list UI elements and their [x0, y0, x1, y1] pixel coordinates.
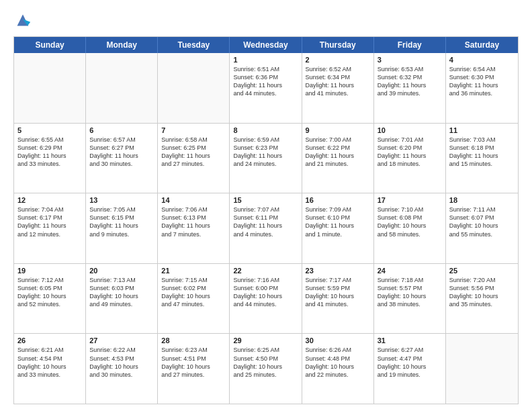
day-number-24: 24 — [378, 267, 442, 275]
weekday-header-thursday: Thursday — [302, 37, 374, 53]
day-number-12: 12 — [17, 196, 82, 204]
day-cell-8: 8Sunrise: 6:59 AM Sunset: 6:23 PM Daylig… — [230, 124, 302, 193]
calendar-row-1: 5Sunrise: 6:55 AM Sunset: 6:29 PM Daylig… — [14, 124, 518, 194]
empty-cell-4-6 — [446, 334, 518, 404]
day-info-9: Sunrise: 7:00 AM Sunset: 6:22 PM Dayligh… — [306, 136, 370, 169]
day-number-8: 8 — [233, 126, 298, 134]
day-number-23: 23 — [306, 267, 370, 275]
day-info-7: Sunrise: 6:58 AM Sunset: 6:25 PM Dayligh… — [161, 136, 226, 169]
day-number-13: 13 — [89, 196, 154, 204]
calendar: SundayMondayTuesdayWednesdayThursdayFrid… — [13, 36, 519, 404]
day-number-20: 20 — [89, 267, 154, 275]
header — [13, 11, 519, 30]
logo-icon — [13, 11, 32, 30]
day-cell-3: 3Sunrise: 6:53 AM Sunset: 6:32 PM Daylig… — [374, 53, 446, 123]
calendar-row-2: 12Sunrise: 7:04 AM Sunset: 6:17 PM Dayli… — [14, 193, 518, 264]
day-number-16: 16 — [306, 196, 370, 204]
day-number-4: 4 — [449, 56, 515, 64]
day-cell-12: 12Sunrise: 7:04 AM Sunset: 6:17 PM Dayli… — [14, 193, 86, 263]
day-number-6: 6 — [89, 126, 154, 134]
day-number-3: 3 — [378, 56, 442, 64]
day-cell-17: 17Sunrise: 7:10 AM Sunset: 6:08 PM Dayli… — [374, 193, 446, 263]
day-cell-28: 28Sunrise: 6:23 AM Sunset: 4:51 PM Dayli… — [158, 334, 230, 404]
day-info-5: Sunrise: 6:55 AM Sunset: 6:29 PM Dayligh… — [17, 136, 82, 169]
day-cell-2: 2Sunrise: 6:52 AM Sunset: 6:34 PM Daylig… — [302, 53, 374, 123]
calendar-row-0: 1Sunrise: 6:51 AM Sunset: 6:36 PM Daylig… — [14, 53, 518, 124]
day-cell-21: 21Sunrise: 7:15 AM Sunset: 6:02 PM Dayli… — [158, 264, 230, 334]
day-info-11: Sunrise: 7:03 AM Sunset: 6:18 PM Dayligh… — [449, 136, 515, 169]
empty-cell-0-0 — [14, 53, 86, 123]
day-number-15: 15 — [233, 196, 298, 204]
day-info-4: Sunrise: 6:54 AM Sunset: 6:30 PM Dayligh… — [449, 65, 515, 98]
weekday-header-sunday: Sunday — [14, 37, 86, 53]
day-number-30: 30 — [306, 336, 370, 345]
day-cell-10: 10Sunrise: 7:01 AM Sunset: 6:20 PM Dayli… — [374, 124, 446, 193]
day-cell-1: 1Sunrise: 6:51 AM Sunset: 6:36 PM Daylig… — [230, 53, 302, 123]
day-cell-7: 7Sunrise: 6:58 AM Sunset: 6:25 PM Daylig… — [158, 124, 230, 193]
day-info-20: Sunrise: 7:13 AM Sunset: 6:03 PM Dayligh… — [89, 276, 154, 309]
day-info-23: Sunrise: 7:17 AM Sunset: 5:59 PM Dayligh… — [306, 276, 370, 309]
calendar-header: SundayMondayTuesdayWednesdayThursdayFrid… — [14, 37, 518, 53]
day-info-22: Sunrise: 7:16 AM Sunset: 6:00 PM Dayligh… — [233, 276, 298, 309]
day-cell-6: 6Sunrise: 6:57 AM Sunset: 6:27 PM Daylig… — [86, 124, 158, 193]
day-cell-11: 11Sunrise: 7:03 AM Sunset: 6:18 PM Dayli… — [446, 124, 518, 193]
day-info-12: Sunrise: 7:04 AM Sunset: 6:17 PM Dayligh… — [17, 205, 82, 238]
day-info-31: Sunrise: 6:27 AM Sunset: 4:47 PM Dayligh… — [378, 346, 442, 379]
day-number-7: 7 — [161, 126, 226, 134]
day-info-18: Sunrise: 7:11 AM Sunset: 6:07 PM Dayligh… — [449, 205, 515, 238]
day-number-9: 9 — [306, 126, 370, 134]
day-number-19: 19 — [17, 267, 82, 275]
day-cell-30: 30Sunrise: 6:26 AM Sunset: 4:48 PM Dayli… — [302, 334, 374, 404]
day-number-28: 28 — [161, 336, 226, 345]
day-number-5: 5 — [17, 126, 82, 134]
day-cell-26: 26Sunrise: 6:21 AM Sunset: 4:54 PM Dayli… — [14, 334, 86, 404]
day-info-2: Sunrise: 6:52 AM Sunset: 6:34 PM Dayligh… — [306, 65, 370, 98]
page: SundayMondayTuesdayWednesdayThursdayFrid… — [0, 0, 532, 411]
day-info-25: Sunrise: 7:20 AM Sunset: 5:56 PM Dayligh… — [449, 276, 515, 309]
day-cell-20: 20Sunrise: 7:13 AM Sunset: 6:03 PM Dayli… — [86, 264, 158, 334]
day-info-19: Sunrise: 7:12 AM Sunset: 6:05 PM Dayligh… — [17, 276, 82, 309]
calendar-body: 1Sunrise: 6:51 AM Sunset: 6:36 PM Daylig… — [14, 53, 518, 404]
weekday-header-tuesday: Tuesday — [158, 37, 230, 53]
day-info-14: Sunrise: 7:06 AM Sunset: 6:13 PM Dayligh… — [161, 205, 226, 238]
weekday-header-friday: Friday — [374, 37, 446, 53]
day-number-10: 10 — [378, 126, 442, 134]
day-number-2: 2 — [306, 56, 370, 64]
day-cell-9: 9Sunrise: 7:00 AM Sunset: 6:22 PM Daylig… — [302, 124, 374, 193]
day-info-28: Sunrise: 6:23 AM Sunset: 4:51 PM Dayligh… — [161, 346, 226, 379]
day-info-10: Sunrise: 7:01 AM Sunset: 6:20 PM Dayligh… — [378, 136, 442, 169]
day-number-22: 22 — [233, 267, 298, 275]
day-info-24: Sunrise: 7:18 AM Sunset: 5:57 PM Dayligh… — [378, 276, 442, 309]
day-cell-31: 31Sunrise: 6:27 AM Sunset: 4:47 PM Dayli… — [374, 334, 446, 404]
logo — [13, 11, 35, 30]
day-cell-5: 5Sunrise: 6:55 AM Sunset: 6:29 PM Daylig… — [14, 124, 86, 193]
day-info-30: Sunrise: 6:26 AM Sunset: 4:48 PM Dayligh… — [306, 346, 370, 379]
day-info-16: Sunrise: 7:09 AM Sunset: 6:10 PM Dayligh… — [306, 205, 370, 238]
day-number-31: 31 — [378, 336, 442, 345]
empty-cell-0-2 — [158, 53, 230, 123]
day-cell-29: 29Sunrise: 6:25 AM Sunset: 4:50 PM Dayli… — [230, 334, 302, 404]
day-info-8: Sunrise: 6:59 AM Sunset: 6:23 PM Dayligh… — [233, 136, 298, 169]
day-cell-13: 13Sunrise: 7:05 AM Sunset: 6:15 PM Dayli… — [86, 193, 158, 263]
day-cell-22: 22Sunrise: 7:16 AM Sunset: 6:00 PM Dayli… — [230, 264, 302, 334]
day-number-29: 29 — [233, 336, 298, 345]
day-number-27: 27 — [89, 336, 154, 345]
day-cell-4: 4Sunrise: 6:54 AM Sunset: 6:30 PM Daylig… — [446, 53, 518, 123]
day-number-26: 26 — [17, 336, 82, 345]
day-info-29: Sunrise: 6:25 AM Sunset: 4:50 PM Dayligh… — [233, 346, 298, 379]
day-info-27: Sunrise: 6:22 AM Sunset: 4:53 PM Dayligh… — [89, 346, 154, 379]
day-cell-23: 23Sunrise: 7:17 AM Sunset: 5:59 PM Dayli… — [302, 264, 374, 334]
weekday-header-wednesday: Wednesday — [230, 37, 302, 53]
day-number-14: 14 — [161, 196, 226, 204]
day-info-15: Sunrise: 7:07 AM Sunset: 6:11 PM Dayligh… — [233, 205, 298, 238]
day-info-3: Sunrise: 6:53 AM Sunset: 6:32 PM Dayligh… — [378, 65, 442, 98]
empty-cell-0-1 — [86, 53, 158, 123]
day-cell-15: 15Sunrise: 7:07 AM Sunset: 6:11 PM Dayli… — [230, 193, 302, 263]
day-info-26: Sunrise: 6:21 AM Sunset: 4:54 PM Dayligh… — [17, 346, 82, 379]
day-cell-27: 27Sunrise: 6:22 AM Sunset: 4:53 PM Dayli… — [86, 334, 158, 404]
calendar-row-4: 26Sunrise: 6:21 AM Sunset: 4:54 PM Dayli… — [14, 334, 518, 404]
day-number-21: 21 — [161, 267, 226, 275]
calendar-row-3: 19Sunrise: 7:12 AM Sunset: 6:05 PM Dayli… — [14, 264, 518, 334]
day-info-1: Sunrise: 6:51 AM Sunset: 6:36 PM Dayligh… — [233, 65, 298, 98]
day-info-13: Sunrise: 7:05 AM Sunset: 6:15 PM Dayligh… — [89, 205, 154, 238]
